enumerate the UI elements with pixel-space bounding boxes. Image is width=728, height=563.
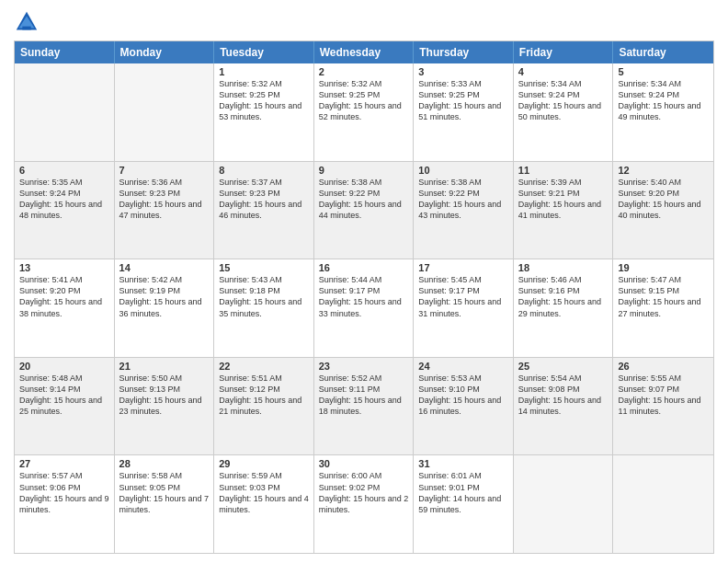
day-info: Sunrise: 5:42 AMSunset: 9:19 PMDaylight:… — [119, 274, 210, 319]
day-number: 15 — [219, 262, 309, 273]
day-cell-9: 9Sunrise: 5:38 AMSunset: 9:22 PMDaylight… — [314, 162, 415, 259]
day-number: 8 — [219, 165, 309, 176]
day-info: Sunrise: 5:54 AMSunset: 9:08 PMDaylight:… — [518, 373, 609, 418]
day-cell-31: 31Sunrise: 6:01 AMSunset: 9:01 PMDayligh… — [414, 455, 514, 553]
day-cell-26: 26Sunrise: 5:55 AMSunset: 9:07 PMDayligh… — [613, 358, 713, 455]
header — [14, 9, 714, 35]
day-info: Sunrise: 5:35 AMSunset: 9:24 PMDaylight:… — [19, 177, 109, 222]
empty-cell — [514, 455, 614, 553]
day-info: Sunrise: 5:50 AMSunset: 9:13 PMDaylight:… — [119, 373, 210, 418]
day-info: Sunrise: 5:45 AMSunset: 9:17 PMDaylight:… — [418, 274, 508, 319]
day-info: Sunrise: 6:00 AMSunset: 9:02 PMDaylight:… — [319, 470, 409, 515]
day-number: 29 — [219, 458, 309, 469]
calendar-row-0: 1Sunrise: 5:32 AMSunset: 9:25 PMDaylight… — [15, 63, 713, 161]
day-number: 18 — [518, 262, 609, 273]
header-day-tuesday: Tuesday — [214, 41, 314, 63]
empty-cell — [115, 63, 215, 161]
day-number: 26 — [618, 361, 709, 372]
day-cell-15: 15Sunrise: 5:43 AMSunset: 9:18 PMDayligh… — [214, 259, 314, 357]
day-cell-21: 21Sunrise: 5:50 AMSunset: 9:13 PMDayligh… — [115, 358, 215, 455]
day-info: Sunrise: 5:58 AMSunset: 9:05 PMDaylight:… — [119, 470, 210, 515]
day-number: 2 — [319, 66, 409, 77]
calendar-header: SundayMondayTuesdayWednesdayThursdayFrid… — [15, 41, 713, 63]
day-info: Sunrise: 5:40 AMSunset: 9:20 PMDaylight:… — [618, 177, 709, 222]
empty-cell — [15, 63, 115, 161]
calendar-row-4: 27Sunrise: 5:57 AMSunset: 9:06 PMDayligh… — [15, 454, 713, 553]
day-number: 19 — [618, 262, 709, 273]
day-info: Sunrise: 5:32 AMSunset: 9:25 PMDaylight:… — [219, 78, 309, 123]
calendar: SundayMondayTuesdayWednesdayThursdayFrid… — [14, 40, 714, 554]
day-cell-16: 16Sunrise: 5:44 AMSunset: 9:17 PMDayligh… — [314, 259, 415, 357]
header-day-sunday: Sunday — [15, 41, 115, 63]
header-day-friday: Friday — [514, 41, 614, 63]
day-number: 10 — [418, 165, 508, 176]
day-cell-1: 1Sunrise: 5:32 AMSunset: 9:25 PMDaylight… — [214, 63, 314, 161]
day-info: Sunrise: 5:59 AMSunset: 9:03 PMDaylight:… — [219, 470, 309, 515]
day-number: 4 — [518, 66, 609, 77]
day-number: 12 — [618, 165, 709, 176]
day-number: 7 — [119, 165, 210, 176]
day-cell-23: 23Sunrise: 5:52 AMSunset: 9:11 PMDayligh… — [314, 358, 415, 455]
day-info: Sunrise: 5:48 AMSunset: 9:14 PMDaylight:… — [19, 373, 109, 418]
day-number: 5 — [618, 66, 709, 77]
day-number: 22 — [219, 361, 309, 372]
day-number: 30 — [319, 458, 409, 469]
day-cell-30: 30Sunrise: 6:00 AMSunset: 9:02 PMDayligh… — [314, 455, 415, 553]
day-number: 31 — [418, 458, 508, 469]
calendar-row-3: 20Sunrise: 5:48 AMSunset: 9:14 PMDayligh… — [15, 357, 713, 455]
day-number: 17 — [418, 262, 508, 273]
day-cell-22: 22Sunrise: 5:51 AMSunset: 9:12 PMDayligh… — [214, 358, 314, 455]
calendar-row-2: 13Sunrise: 5:41 AMSunset: 9:20 PMDayligh… — [15, 259, 713, 357]
day-info: Sunrise: 5:33 AMSunset: 9:25 PMDaylight:… — [418, 78, 508, 123]
day-cell-14: 14Sunrise: 5:42 AMSunset: 9:19 PMDayligh… — [115, 259, 215, 357]
day-number: 27 — [19, 458, 109, 469]
day-info: Sunrise: 5:32 AMSunset: 9:25 PMDaylight:… — [319, 78, 409, 123]
day-info: Sunrise: 5:47 AMSunset: 9:15 PMDaylight:… — [618, 274, 709, 319]
day-cell-3: 3Sunrise: 5:33 AMSunset: 9:25 PMDaylight… — [414, 63, 514, 161]
page: SundayMondayTuesdayWednesdayThursdayFrid… — [0, 0, 728, 563]
day-number: 1 — [219, 66, 309, 77]
day-number: 20 — [19, 361, 109, 372]
day-cell-4: 4Sunrise: 5:34 AMSunset: 9:24 PMDaylight… — [514, 63, 614, 161]
day-info: Sunrise: 5:43 AMSunset: 9:18 PMDaylight:… — [219, 274, 309, 319]
empty-cell — [613, 455, 713, 553]
calendar-body: 1Sunrise: 5:32 AMSunset: 9:25 PMDaylight… — [15, 63, 713, 553]
day-cell-20: 20Sunrise: 5:48 AMSunset: 9:14 PMDayligh… — [15, 358, 115, 455]
logo-icon — [14, 9, 40, 35]
day-info: Sunrise: 5:57 AMSunset: 9:06 PMDaylight:… — [19, 470, 109, 515]
day-info: Sunrise: 5:34 AMSunset: 9:24 PMDaylight:… — [618, 78, 709, 123]
day-number: 23 — [319, 361, 409, 372]
day-info: Sunrise: 5:52 AMSunset: 9:11 PMDaylight:… — [319, 373, 409, 418]
day-cell-2: 2Sunrise: 5:32 AMSunset: 9:25 PMDaylight… — [314, 63, 415, 161]
day-cell-18: 18Sunrise: 5:46 AMSunset: 9:16 PMDayligh… — [514, 259, 614, 357]
day-cell-27: 27Sunrise: 5:57 AMSunset: 9:06 PMDayligh… — [15, 455, 115, 553]
day-info: Sunrise: 5:37 AMSunset: 9:23 PMDaylight:… — [219, 177, 309, 222]
day-number: 11 — [518, 165, 609, 176]
logo — [14, 9, 43, 35]
day-number: 13 — [19, 262, 109, 273]
day-info: Sunrise: 5:34 AMSunset: 9:24 PMDaylight:… — [518, 78, 609, 123]
day-cell-25: 25Sunrise: 5:54 AMSunset: 9:08 PMDayligh… — [514, 358, 614, 455]
day-cell-19: 19Sunrise: 5:47 AMSunset: 9:15 PMDayligh… — [613, 259, 713, 357]
header-day-monday: Monday — [115, 41, 215, 63]
day-info: Sunrise: 5:46 AMSunset: 9:16 PMDaylight:… — [518, 274, 609, 319]
day-cell-7: 7Sunrise: 5:36 AMSunset: 9:23 PMDaylight… — [115, 162, 215, 259]
day-cell-29: 29Sunrise: 5:59 AMSunset: 9:03 PMDayligh… — [214, 455, 314, 553]
day-cell-10: 10Sunrise: 5:38 AMSunset: 9:22 PMDayligh… — [414, 162, 514, 259]
day-number: 9 — [319, 165, 409, 176]
day-info: Sunrise: 5:38 AMSunset: 9:22 PMDaylight:… — [319, 177, 409, 222]
day-cell-13: 13Sunrise: 5:41 AMSunset: 9:20 PMDayligh… — [15, 259, 115, 357]
day-info: Sunrise: 6:01 AMSunset: 9:01 PMDaylight:… — [418, 470, 508, 515]
day-number: 16 — [319, 262, 409, 273]
day-number: 28 — [119, 458, 210, 469]
day-number: 14 — [119, 262, 210, 273]
day-cell-24: 24Sunrise: 5:53 AMSunset: 9:10 PMDayligh… — [414, 358, 514, 455]
calendar-row-1: 6Sunrise: 5:35 AMSunset: 9:24 PMDaylight… — [15, 161, 713, 259]
day-info: Sunrise: 5:44 AMSunset: 9:17 PMDaylight:… — [319, 274, 409, 319]
day-cell-11: 11Sunrise: 5:39 AMSunset: 9:21 PMDayligh… — [514, 162, 614, 259]
day-number: 24 — [418, 361, 508, 372]
day-info: Sunrise: 5:39 AMSunset: 9:21 PMDaylight:… — [518, 177, 609, 222]
day-number: 25 — [518, 361, 609, 372]
day-info: Sunrise: 5:53 AMSunset: 9:10 PMDaylight:… — [418, 373, 508, 418]
header-day-thursday: Thursday — [414, 41, 514, 63]
